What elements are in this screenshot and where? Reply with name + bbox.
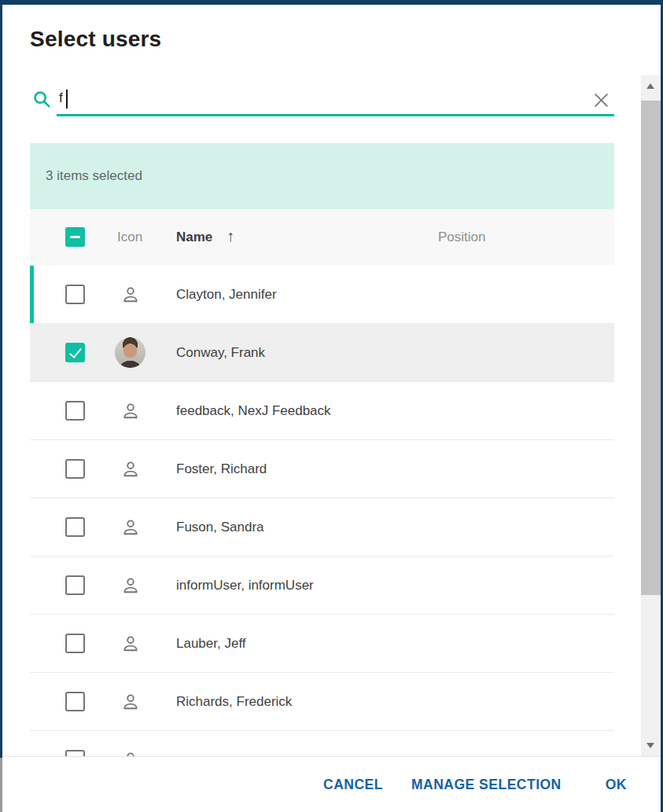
row-checkbox[interactable] (65, 285, 85, 304)
person-icon (120, 575, 141, 596)
select-users-dialog: Select users 3 items selected Icon Name … (2, 5, 661, 812)
selection-count-text: 3 items selected (46, 168, 142, 184)
row-checkbox[interactable] (65, 517, 85, 537)
table-row[interactable]: Lauber, Jeff (30, 615, 614, 673)
user-list: Clayton, Jennifer Conway, Frank feedback… (30, 266, 614, 756)
select-all-checkbox[interactable] (65, 227, 85, 247)
person-icon (120, 401, 141, 421)
row-checkbox[interactable] (65, 401, 85, 421)
person-icon (120, 750, 141, 756)
clear-icon[interactable] (592, 91, 610, 109)
person-icon (120, 692, 141, 712)
row-checkbox[interactable] (65, 575, 85, 595)
scroll-up-button[interactable] (641, 75, 661, 97)
vertical-scrollbar[interactable] (641, 75, 661, 756)
ok-button[interactable]: OK (606, 777, 627, 793)
text-caret (66, 90, 68, 108)
row-name: informUser, informUser (176, 557, 314, 614)
selection-banner: 3 items selected (30, 143, 614, 209)
search-underline (57, 114, 614, 116)
table-row[interactable]: informUser, informUser (30, 557, 614, 615)
scrollbar-thumb[interactable] (641, 101, 661, 595)
table-row[interactable]: Conway, Frank (30, 324, 614, 382)
scroll-down-button[interactable] (641, 734, 661, 756)
person-icon (120, 285, 141, 305)
sort-ascending-icon: ↑ (227, 227, 234, 245)
row-name: Clayton, Jennifer (176, 266, 277, 323)
table-row[interactable]: feedback, NexJ Feedback (30, 382, 614, 440)
table-row[interactable] (30, 731, 614, 756)
row-name: Richards, Frederick (176, 673, 292, 730)
column-header-position[interactable]: Position (438, 230, 485, 245)
search-icon (31, 89, 52, 109)
person-icon (120, 634, 141, 654)
row-checkbox[interactable] (65, 692, 85, 711)
row-name: Fuson, Sandra (176, 498, 264, 556)
column-header-icon: Icon (117, 230, 142, 245)
table-row[interactable]: Foster, Richard (30, 440, 614, 498)
search-input[interactable] (59, 86, 554, 111)
table-row[interactable]: Richards, Frederick (30, 673, 614, 731)
table-row[interactable]: Clayton, Jennifer (30, 266, 614, 324)
table-row[interactable]: Fuson, Sandra (30, 498, 614, 557)
row-checkbox[interactable] (65, 634, 85, 653)
row-name: Conway, Frank (176, 324, 265, 381)
dialog-title: Select users (30, 27, 161, 52)
dialog-footer: CANCEL MANAGE SELECTION OK (2, 756, 661, 812)
person-icon (120, 459, 141, 479)
manage-selection-button[interactable]: MANAGE SELECTION (411, 777, 562, 793)
row-name: feedback, NexJ Feedback (176, 382, 331, 439)
cancel-button[interactable]: CANCEL (323, 777, 383, 793)
row-checkbox[interactable] (65, 750, 85, 756)
row-name: Lauber, Jeff (176, 615, 246, 672)
row-checkbox[interactable] (65, 343, 85, 362)
column-header-name[interactable]: Name (176, 230, 212, 245)
row-name: Foster, Richard (176, 440, 267, 498)
row-checkbox[interactable] (65, 459, 85, 479)
table-header: Icon Name ↑ Position (30, 209, 614, 266)
avatar-photo (115, 337, 145, 368)
person-icon (120, 517, 141, 538)
